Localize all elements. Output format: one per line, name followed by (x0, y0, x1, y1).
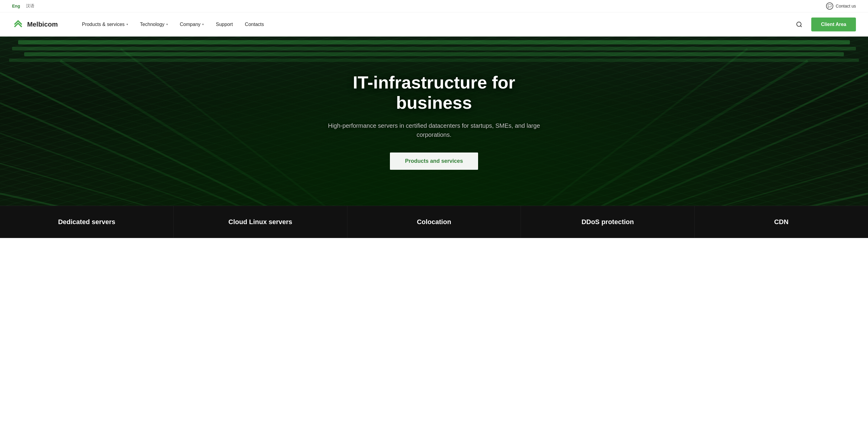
service-item-ddos[interactable]: DDoS protection (521, 206, 694, 238)
logo-icon (12, 19, 24, 30)
contact-icon (826, 2, 833, 10)
top-bar: Eng 汉语 Contact us (0, 0, 868, 12)
service-label-cloud: Cloud Linux servers (228, 218, 292, 226)
svg-point-0 (797, 22, 801, 26)
contact-us-link[interactable]: Contact us (826, 2, 856, 10)
hero-section: IT-infrastructure for business High-perf… (0, 36, 868, 206)
hero-title: IT-infrastructure for business (319, 73, 549, 113)
services-bar: Dedicated servers Cloud Linux servers Co… (0, 206, 868, 238)
chevron-down-icon: ▾ (126, 23, 128, 26)
nav-links: Products & services ▾ Technology ▾ Compa… (76, 12, 793, 36)
chevron-down-icon: ▾ (166, 23, 168, 26)
nav-label-company: Company (180, 22, 200, 27)
client-area-button[interactable]: Client Area (811, 18, 856, 31)
lang-eng-button[interactable]: Eng (12, 4, 20, 8)
service-label-cdn: CDN (774, 218, 788, 226)
service-item-cloud[interactable]: Cloud Linux servers (174, 206, 347, 238)
nav-label-products: Products & services (82, 22, 124, 27)
search-icon (796, 21, 803, 28)
nav-label-technology: Technology (140, 22, 164, 27)
nav-item-contacts[interactable]: Contacts (239, 12, 270, 36)
hero-content: IT-infrastructure for business High-perf… (313, 73, 555, 170)
nav-label-contacts: Contacts (245, 22, 264, 27)
service-item-colocation[interactable]: Colocation (347, 206, 521, 238)
navbar: Melbicom Products & services ▾ Technolog… (0, 12, 868, 36)
nav-item-support[interactable]: Support (210, 12, 239, 36)
lang-zh-button[interactable]: 汉语 (26, 3, 34, 9)
contact-us-label: Contact us (836, 4, 856, 8)
service-item-dedicated[interactable]: Dedicated servers (0, 206, 174, 238)
nav-item-technology[interactable]: Technology ▾ (134, 12, 174, 36)
nav-item-company[interactable]: Company ▾ (174, 12, 210, 36)
service-label-dedicated: Dedicated servers (58, 218, 115, 226)
service-label-colocation: Colocation (417, 218, 451, 226)
hero-subtitle: High-performance servers in certified da… (319, 121, 549, 139)
logo-text: Melbicom (27, 21, 58, 28)
service-label-ddos: DDoS protection (582, 218, 634, 226)
service-item-cdn[interactable]: CDN (695, 206, 868, 238)
chevron-down-icon: ▾ (202, 23, 204, 26)
nav-label-support: Support (216, 22, 233, 27)
search-button[interactable] (793, 19, 805, 30)
hero-cta-button[interactable]: Products and services (390, 152, 478, 170)
nav-item-products[interactable]: Products & services ▾ (76, 12, 134, 36)
logo[interactable]: Melbicom (12, 19, 58, 30)
